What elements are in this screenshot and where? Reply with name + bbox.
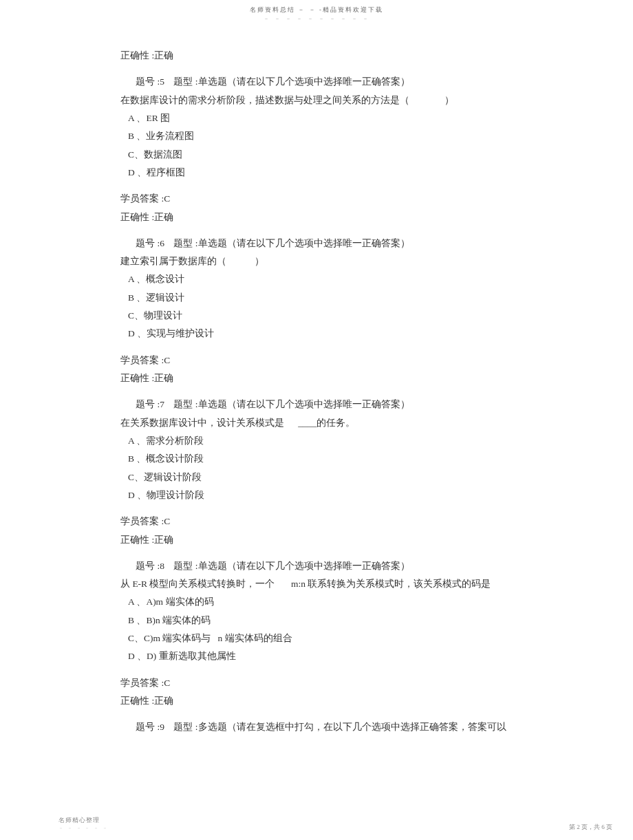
option-d: D 、实现与维护设计 [120,325,509,343]
question-block: 题号 :9 题型 :多选题（请在复选框中打勾，在以下几个选项中选择正确答案，答案… [120,718,509,736]
document-content: 正确性 :正确 题号 :5 题型 :单选题（请在以下几个选项中选择唯一正确答案）… [120,47,509,745]
answer-block: 学员答案 :C 正确性 :正确 [120,352,509,388]
correctness: 正确性 :正确 [120,208,509,226]
header-text: 名师资料总结 － － -精品资料欢迎下载 [0,6,633,14]
answer-block: 学员答案 :C 正确性 :正确 [120,674,509,711]
student-answer: 学员答案 :C [120,352,509,369]
correctness-text: 正确性 :正确 [120,47,509,65]
question-stem: 在关系数据库设计中，设计关系模式是 ____的任务。 [120,414,509,432]
correctness: 正确性 :正确 [120,369,509,387]
option-a: A 、需求分析阶段 [120,432,509,450]
question-stem: 在数据库设计的需求分析阶段，描述数据与处理之间关系的方法是（ ） [120,91,509,109]
student-answer: 学员答案 :C [120,190,509,208]
question-block: 题号 :8 题型 :单选题（请在以下几个选项中选择唯一正确答案） 从 E-R 模… [120,557,509,666]
question-block: 题号 :7 题型 :单选题（请在以下几个选项中选择唯一正确答案） 在关系数据库设… [120,396,509,504]
option-c: C、逻辑设计阶段 [120,469,509,486]
question-stem: 从 E-R 模型向关系模式转换时，一个 m:n 联系转换为关系模式时，该关系模式… [120,575,509,593]
option-c: C、数据流图 [120,146,509,164]
page-header: 名师资料总结 － － -精品资料欢迎下载 － － － － － － － － － － [0,6,633,23]
option-b: B 、概念设计阶段 [120,450,509,468]
correctness: 正确性 :正确 [120,531,509,549]
question-block: 题号 :5 题型 :单选题（请在以下几个选项中选择唯一正确答案） 在数据库设计的… [120,73,509,182]
footer-left-text: 名师精心整理 [58,816,109,825]
option-a: A 、A)m 端实体的码 [120,593,509,611]
option-b: B 、业务流程图 [120,127,509,145]
option-d: D 、D) 重新选取其他属性 [120,647,509,665]
footer-left-dashes: － － － － － － [58,825,109,832]
option-c: C、C)m 端实体码与 n 端实体码的组合 [120,629,509,647]
option-a: A 、概念设计 [120,270,509,288]
header-dashes: － － － － － － － － － － [0,15,633,23]
question-block: 题号 :6 题型 :单选题（请在以下几个选项中选择唯一正确答案） 建立索引属于数… [120,235,509,343]
footer-left: 名师精心整理 － － － － － － [58,816,109,832]
question-header: 题号 :8 题型 :单选题（请在以下几个选项中选择唯一正确答案） [120,557,509,575]
question-header: 题号 :9 题型 :多选题（请在复选框中打勾，在以下几个选项中选择正确答案，答案… [120,718,509,736]
question-header: 题号 :7 题型 :单选题（请在以下几个选项中选择唯一正确答案） [120,396,509,413]
question-header: 题号 :5 题型 :单选题（请在以下几个选项中选择唯一正确答案） [120,73,509,91]
option-d: D 、物理设计阶段 [120,486,509,504]
prev-correctness-block: 正确性 :正确 [120,47,509,65]
question-header: 题号 :6 题型 :单选题（请在以下几个选项中选择唯一正确答案） [120,235,509,252]
option-a: A 、ER 图 [120,109,509,127]
option-b: B 、逻辑设计 [120,289,509,307]
option-c: C、物理设计 [120,307,509,325]
student-answer: 学员答案 :C [120,513,509,530]
option-d: D 、程序框图 [120,164,509,182]
answer-block: 学员答案 :C 正确性 :正确 [120,513,509,549]
question-stem: 建立索引属于数据库的（ ） [120,252,509,270]
footer-right: 第 2 页，共 6 页 [569,823,612,832]
student-answer: 学员答案 :C [120,674,509,692]
answer-block: 学员答案 :C 正确性 :正确 [120,190,509,226]
correctness: 正确性 :正确 [120,692,509,710]
option-b: B 、B)n 端实体的码 [120,612,509,629]
